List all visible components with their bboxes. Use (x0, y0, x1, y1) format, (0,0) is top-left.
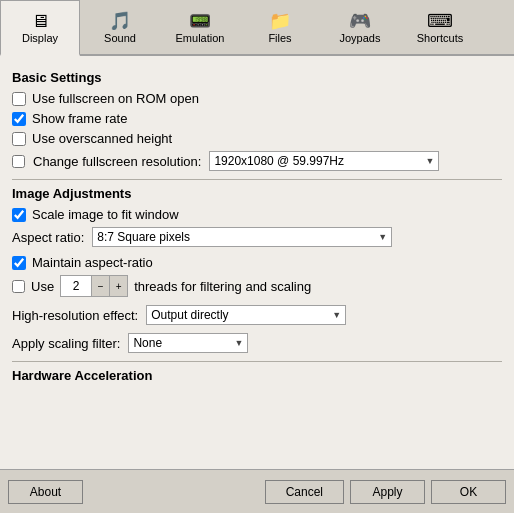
tab-joypads-label: Joypads (340, 32, 381, 44)
ok-button[interactable]: OK (431, 480, 506, 504)
use-overscanned-checkbox[interactable] (12, 132, 26, 146)
basic-settings-header: Basic Settings (12, 70, 502, 85)
scaling-filter-select-wrapper: None HQ2x HQ4x (128, 333, 248, 353)
tab-display-label: Display (22, 32, 58, 44)
divider-1 (12, 179, 502, 180)
aspect-ratio-select[interactable]: 8:7 Square pixels 4:3 16:9 Custom (92, 227, 392, 247)
tab-shortcuts[interactable]: ⌨ Shortcuts (400, 0, 480, 54)
use-overscanned-label: Use overscanned height (32, 131, 172, 146)
hardware-acceleration-header: Hardware Acceleration (12, 368, 502, 383)
tab-emulation[interactable]: 📟 Emulation (160, 0, 240, 54)
shortcuts-icon: ⌨ (427, 12, 453, 30)
cancel-button[interactable]: Cancel (265, 480, 344, 504)
button-bar: About Cancel Apply OK (0, 469, 514, 513)
tab-files[interactable]: 📁 Files (240, 0, 320, 54)
tab-files-label: Files (268, 32, 291, 44)
tab-display[interactable]: 🖥 Display (0, 0, 80, 56)
threads-suffix-label: threads for filtering and scaling (134, 279, 311, 294)
tab-sound[interactable]: 🎵 Sound (80, 0, 160, 54)
threads-row: Use − + threads for filtering and scalin… (12, 275, 502, 297)
threads-input[interactable] (61, 279, 91, 293)
maintain-aspect-label: Maintain aspect-ratio (32, 255, 153, 270)
joypads-icon: 🎮 (349, 12, 371, 30)
tab-bar: 🖥 Display 🎵 Sound 📟 Emulation 📁 Files 🎮 … (0, 0, 514, 56)
hr-effect-select-wrapper: Output directly Merge fields Bob (146, 305, 346, 325)
use-fullscreen-label: Use fullscreen on ROM open (32, 91, 199, 106)
tab-joypads[interactable]: 🎮 Joypads (320, 0, 400, 54)
scale-image-row: Scale image to fit window (12, 207, 502, 222)
threads-increment-button[interactable]: + (109, 276, 127, 296)
threads-decrement-button[interactable]: − (91, 276, 109, 296)
resolution-select[interactable]: 1920x1080 @ 59.997Hz 1920x1080 @ 60Hz 12… (209, 151, 439, 171)
use-fullscreen-checkbox[interactable] (12, 92, 26, 106)
content-area: Basic Settings Use fullscreen on ROM ope… (0, 56, 514, 469)
image-adjustments-header: Image Adjustments (12, 186, 502, 201)
divider-2 (12, 361, 502, 362)
hardware-acceleration-section: Hardware Acceleration (12, 368, 502, 383)
apply-button[interactable]: Apply (350, 480, 425, 504)
button-bar-left: About (8, 480, 83, 504)
aspect-ratio-row: Aspect ratio: 8:7 Square pixels 4:3 16:9… (12, 227, 502, 247)
scale-image-label: Scale image to fit window (32, 207, 179, 222)
change-fullscreen-checkbox[interactable] (12, 155, 25, 168)
show-frame-rate-label: Show frame rate (32, 111, 127, 126)
hr-effect-label: High-resolution effect: (12, 308, 138, 323)
use-fullscreen-row: Use fullscreen on ROM open (12, 91, 502, 106)
maintain-aspect-checkbox[interactable] (12, 256, 26, 270)
change-fullscreen-label: Change fullscreen resolution: (33, 154, 201, 169)
scaling-filter-row: Apply scaling filter: None HQ2x HQ4x (12, 333, 502, 353)
scaling-filter-label: Apply scaling filter: (12, 336, 120, 351)
button-bar-right: Cancel Apply OK (265, 480, 506, 504)
resolution-select-wrapper: 1920x1080 @ 59.997Hz 1920x1080 @ 60Hz 12… (209, 151, 439, 171)
hr-effect-select[interactable]: Output directly Merge fields Bob (146, 305, 346, 325)
display-icon: 🖥 (31, 12, 49, 30)
threads-checkbox[interactable] (12, 280, 25, 293)
aspect-ratio-select-wrapper: 8:7 Square pixels 4:3 16:9 Custom (92, 227, 392, 247)
threads-use-label: Use (31, 279, 54, 294)
scaling-filter-select[interactable]: None HQ2x HQ4x (128, 333, 248, 353)
hr-effect-row: High-resolution effect: Output directly … (12, 305, 502, 325)
aspect-ratio-label: Aspect ratio: (12, 230, 84, 245)
scale-image-checkbox[interactable] (12, 208, 26, 222)
threads-spinbox: − + (60, 275, 128, 297)
show-frame-rate-row: Show frame rate (12, 111, 502, 126)
tab-sound-label: Sound (104, 32, 136, 44)
files-icon: 📁 (269, 12, 291, 30)
sound-icon: 🎵 (109, 12, 131, 30)
use-overscanned-row: Use overscanned height (12, 131, 502, 146)
maintain-aspect-row: Maintain aspect-ratio (12, 255, 502, 270)
emulation-icon: 📟 (189, 12, 211, 30)
about-button[interactable]: About (8, 480, 83, 504)
tab-emulation-label: Emulation (176, 32, 225, 44)
show-frame-rate-checkbox[interactable] (12, 112, 26, 126)
tab-shortcuts-label: Shortcuts (417, 32, 463, 44)
change-fullscreen-row: Change fullscreen resolution: 1920x1080 … (12, 151, 502, 171)
